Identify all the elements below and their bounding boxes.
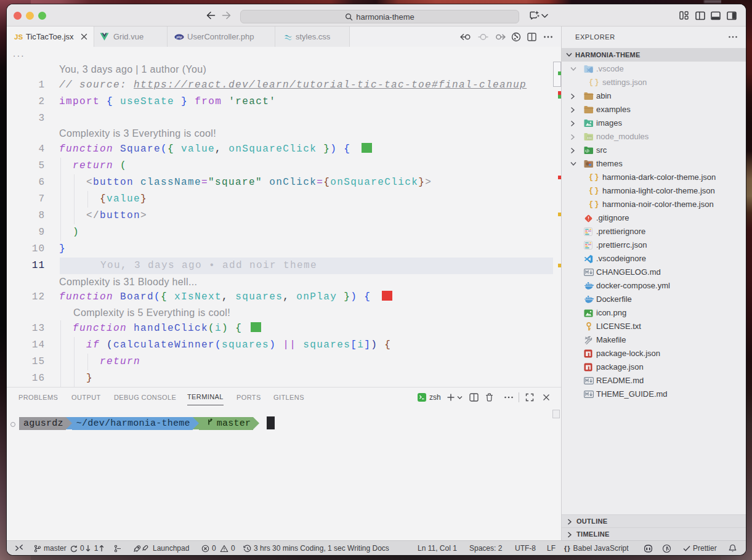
svg-text:php: php [176, 34, 182, 38]
